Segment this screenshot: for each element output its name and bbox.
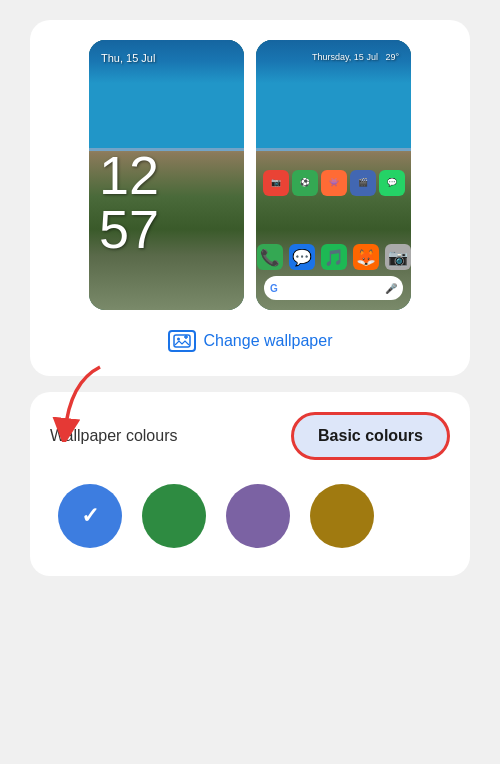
firefox-icon: 🦊 <box>353 244 379 270</box>
messages-icon: 💬 <box>289 244 315 270</box>
search-bar[interactable]: G 🎤 <box>264 276 403 300</box>
reddit-icon: 👾 <box>321 170 347 196</box>
swatch-gold[interactable] <box>310 484 374 548</box>
lock-screen-preview[interactable]: Thu, 15 Jul 12 57 <box>89 40 244 310</box>
wallpaper-previews: Thu, 15 Jul 12 57 Thursday, 15 Jul 29° 📷… <box>89 40 411 310</box>
change-wallpaper-button[interactable]: Change wallpaper <box>168 330 333 352</box>
camera-icon: 📷 <box>385 244 411 270</box>
comms-icon: 💬 <box>379 170 405 196</box>
swatch-blue[interactable] <box>58 484 122 548</box>
lock-time-hours: 12 <box>99 148 159 202</box>
swatch-green[interactable] <box>142 484 206 548</box>
google-g: G <box>270 283 278 294</box>
dock-row: 📞 💬 🎵 🦊 📷 <box>257 244 411 270</box>
tab-wallpaper[interactable]: Wallpaper colours <box>50 417 291 455</box>
colors-card: Wallpaper colours Basic colours <box>30 392 470 576</box>
lock-time: 12 57 <box>99 148 159 256</box>
annotation-container: Wallpaper colours Basic colours <box>30 392 470 576</box>
home-screen-preview[interactable]: Thursday, 15 Jul 29° 📷 ⚽ 👾 🎬 💬 📞 💬 🎵 🦊 📷 <box>256 40 411 310</box>
wallpaper-card: Thu, 15 Jul 12 57 Thursday, 15 Jul 29° 📷… <box>30 20 470 376</box>
wallpaper-icon <box>168 330 196 352</box>
main-container: Thu, 15 Jul 12 57 Thursday, 15 Jul 29° 📷… <box>0 0 500 764</box>
home-date: Thursday, 15 Jul 29° <box>312 52 399 62</box>
lock-date: Thu, 15 Jul <box>101 52 155 64</box>
color-swatches <box>50 484 450 548</box>
photos-icon: 📷 <box>263 170 289 196</box>
phone-icon: 📞 <box>257 244 283 270</box>
change-wallpaper-label: Change wallpaper <box>204 332 333 350</box>
swatch-purple[interactable] <box>226 484 290 548</box>
lock-time-minutes: 57 <box>99 202 159 256</box>
tab-basic[interactable]: Basic colours <box>291 412 450 460</box>
sports-icon: ⚽ <box>292 170 318 196</box>
entmt-icon: 🎬 <box>350 170 376 196</box>
app-grid: 📷 ⚽ 👾 🎬 💬 <box>263 170 405 196</box>
mic-icon: 🎤 <box>385 283 397 294</box>
color-tabs: Wallpaper colours Basic colours <box>50 412 450 460</box>
spotify-icon: 🎵 <box>321 244 347 270</box>
svg-point-1 <box>177 338 180 341</box>
